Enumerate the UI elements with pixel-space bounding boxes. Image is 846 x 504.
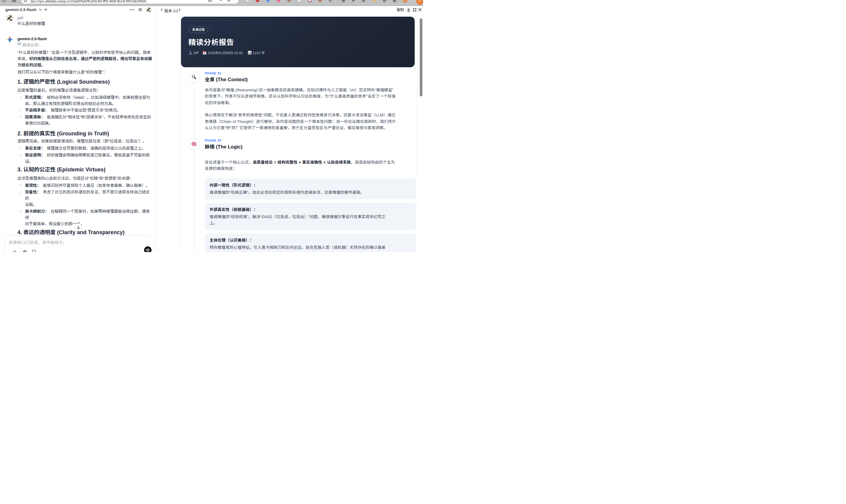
svg-text:17: 17: [204, 52, 206, 54]
